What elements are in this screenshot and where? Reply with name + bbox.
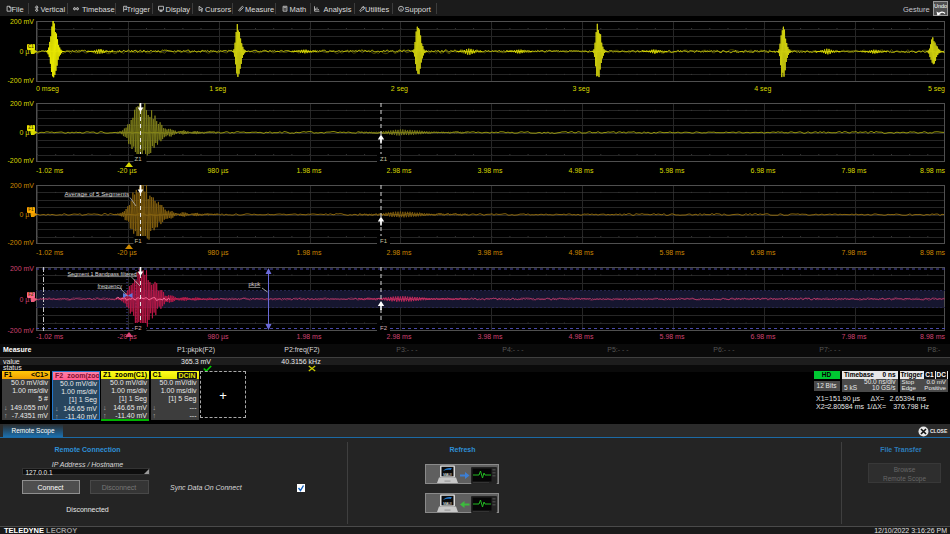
- svg-text:Z1: Z1: [135, 155, 143, 161]
- svg-text:F2: F2: [135, 325, 143, 331]
- svg-text:Z1: Z1: [380, 155, 388, 161]
- svg-text:Segment 1 Bandpass filtered: Segment 1 Bandpass filtered: [68, 271, 137, 277]
- svg-text:pkpk: pkpk: [249, 281, 261, 287]
- svg-text:F1: F1: [135, 237, 143, 243]
- svg-text:Average of 5 Segments: Average of 5 Segments: [65, 189, 130, 196]
- svg-text:F1: F1: [380, 237, 388, 243]
- svg-text:F2: F2: [380, 325, 388, 331]
- svg-text:frequency: frequency: [98, 283, 123, 289]
- svg-text:MAUI: MAUI: [443, 473, 452, 477]
- svg-text:MAUI: MAUI: [443, 502, 452, 506]
